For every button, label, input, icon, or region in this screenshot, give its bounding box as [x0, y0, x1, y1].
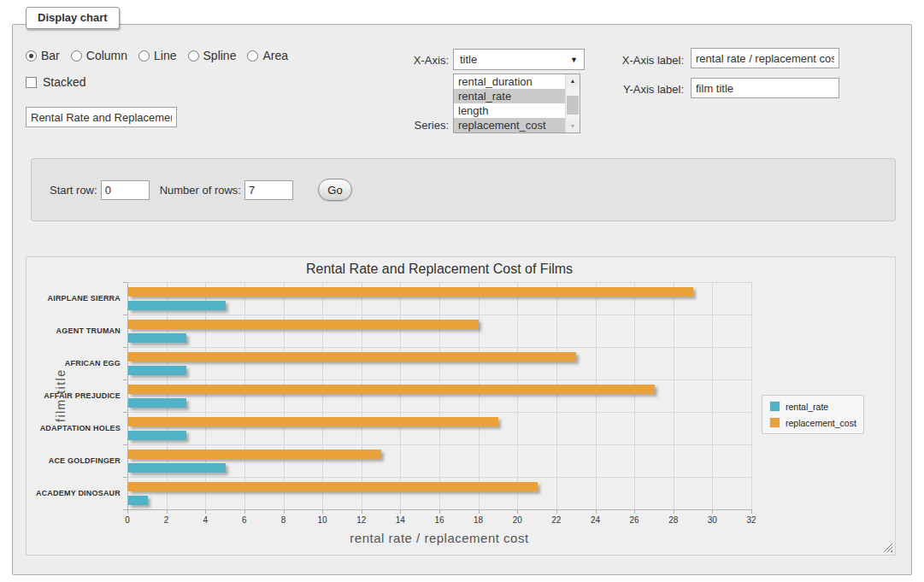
bar-rental_rate[interactable]	[128, 431, 186, 440]
series-option-rental-rate[interactable]: rental_rate	[454, 89, 565, 103]
radio-spline-icon[interactable]	[188, 50, 199, 62]
gridline-vertical	[322, 282, 323, 509]
series-option-replacement-cost[interactable]: replacement_cost	[454, 118, 565, 132]
go-button[interactable]: Go	[318, 179, 352, 201]
radio-column-label: Column	[86, 49, 127, 62]
gridline-vertical	[205, 282, 206, 509]
gridline-vertical	[362, 282, 362, 509]
x-axis-select-label: X-Axis:	[368, 54, 449, 67]
radio-column-icon[interactable]	[71, 50, 82, 62]
y-axis-tick	[123, 477, 127, 478]
bar-replacement_cost[interactable]	[128, 385, 655, 394]
radio-spline-label: Spline	[203, 49, 237, 62]
series-option-rental-duration[interactable]: rental_duration	[454, 74, 565, 89]
stacked-checkbox-row[interactable]: Stacked	[26, 75, 86, 89]
scroll-down-icon[interactable]: ▼	[566, 120, 580, 132]
bar-replacement_cost[interactable]	[128, 287, 693, 297]
radio-area-icon[interactable]	[247, 50, 258, 62]
gridline-vertical	[479, 282, 480, 509]
bar-replacement_cost[interactable]	[128, 352, 576, 362]
gridline-vertical	[127, 282, 128, 509]
chevron-down-icon: ▼	[570, 56, 578, 64]
x-axis-select[interactable]: title ▼	[453, 49, 585, 70]
y-axis-tick	[123, 282, 127, 283]
gridline-vertical	[751, 282, 752, 509]
x-axis-tick-label: 28	[661, 515, 686, 525]
gridline-horizontal	[127, 509, 751, 510]
x-axis-tick-label: 6	[232, 515, 257, 525]
radio-option-bar[interactable]: Bar	[26, 49, 60, 62]
y-axis-tick	[123, 315, 127, 315]
scroll-up-icon[interactable]: ▲	[566, 74, 580, 87]
x-axis-label-input[interactable]	[691, 48, 839, 68]
radio-option-column[interactable]: Column	[71, 49, 127, 62]
number-of-rows-input[interactable]	[244, 180, 293, 200]
chart-type-radio-group: Bar Column Line Spline Area	[26, 49, 288, 62]
y-axis-tick	[123, 444, 127, 445]
resize-handle[interactable]	[883, 543, 892, 552]
gridline-horizontal	[127, 477, 751, 478]
bar-replacement_cost[interactable]	[128, 482, 538, 491]
bar-rental_rate[interactable]	[128, 301, 226, 310]
gridline-horizontal	[127, 347, 751, 348]
category-label: AGENT TRUMAN	[26, 326, 121, 335]
category-label: ACADEMY DINOSAUR	[26, 489, 121, 497]
row-controls-panel: Start row: Number of rows: Go	[31, 158, 896, 221]
y-axis-label-input[interactable]	[691, 78, 839, 98]
x-axis-tick-label: 16	[427, 515, 452, 525]
x-axis-tick-label: 32	[739, 515, 764, 525]
x-axis-title: rental rate / replacement cost	[127, 531, 751, 545]
radio-option-area[interactable]: Area	[247, 49, 288, 62]
radio-bar-icon[interactable]	[26, 50, 37, 62]
bar-replacement_cost[interactable]	[128, 320, 479, 329]
category-label: ADAPTATION HOLES	[26, 424, 121, 432]
gridline-horizontal	[127, 444, 751, 445]
radio-area-label: Area	[262, 49, 288, 62]
gridline-horizontal	[127, 412, 751, 413]
legend-item-replacement_cost[interactable]: replacement_cost	[769, 417, 856, 428]
bar-rental_rate[interactable]	[128, 398, 186, 408]
bar-replacement_cost[interactable]	[128, 417, 498, 426]
stacked-checkbox[interactable]	[26, 77, 37, 88]
x-axis-tick-label: 20	[504, 515, 530, 525]
gridline-horizontal	[127, 282, 751, 283]
x-axis-tick-label: 12	[349, 515, 374, 525]
y-axis-tick	[123, 412, 127, 413]
gridline-vertical	[634, 282, 635, 509]
start-row-input[interactable]	[101, 180, 150, 200]
scrollbar-thumb[interactable]	[567, 96, 579, 115]
legend-item-rental_rate[interactable]: rental_rate	[769, 401, 856, 412]
radio-option-line[interactable]: Line	[138, 49, 176, 62]
x-axis-tick	[751, 509, 752, 514]
legend-swatch-icon	[769, 401, 780, 412]
series-option-length[interactable]: length	[454, 103, 565, 118]
number-of-rows-label: Number of rows:	[160, 184, 241, 197]
bar-rental_rate[interactable]	[128, 333, 186, 343]
bar-rental_rate[interactable]	[128, 496, 148, 505]
x-axis-tick-label: 24	[583, 515, 609, 525]
gridline-vertical	[400, 282, 401, 509]
x-axis-tick-label: 30	[699, 515, 725, 525]
y-axis-tick	[123, 379, 127, 380]
radio-line-icon[interactable]	[138, 50, 150, 62]
y-axis-label-label: Y-Axis label:	[598, 83, 684, 96]
radio-line-label: Line	[154, 49, 176, 62]
y-axis-title: film title	[54, 282, 68, 509]
gridline-vertical	[284, 282, 285, 509]
gridline-vertical	[167, 282, 168, 509]
chart-title-input[interactable]	[26, 107, 177, 127]
x-axis-tick-label: 22	[544, 515, 569, 525]
x-axis-label-label: X-Axis label:	[598, 54, 684, 67]
bar-replacement_cost[interactable]	[128, 450, 381, 459]
start-row-label: Start row:	[50, 184, 97, 197]
radio-option-spline[interactable]: Spline	[188, 49, 237, 62]
gridline-vertical	[244, 282, 245, 509]
category-label: ACE GOLDFINGER	[26, 456, 121, 465]
listbox-scrollbar[interactable]: ▲ ▼	[565, 74, 580, 132]
bar-rental_rate[interactable]	[128, 366, 186, 375]
bar-rental_rate[interactable]	[128, 463, 226, 473]
x-axis-tick-label: 14	[387, 515, 413, 525]
y-axis-tick	[123, 347, 127, 348]
chart-legend: rental_ratereplacement_cost	[762, 395, 864, 434]
series-listbox[interactable]: rental_duration rental_rate length repla…	[453, 73, 580, 133]
